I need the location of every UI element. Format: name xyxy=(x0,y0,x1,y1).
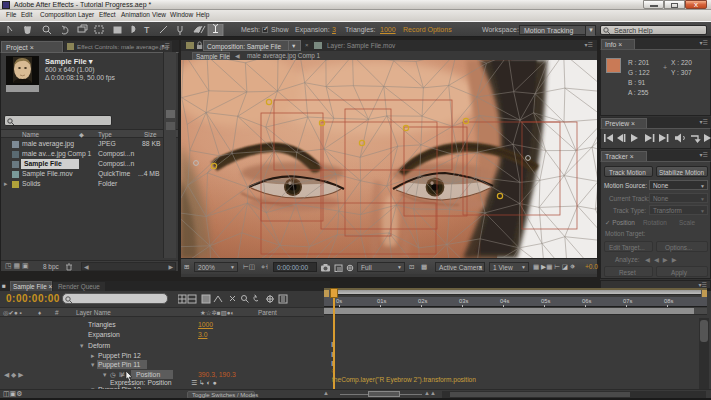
svg-text:T: T xyxy=(144,25,150,35)
